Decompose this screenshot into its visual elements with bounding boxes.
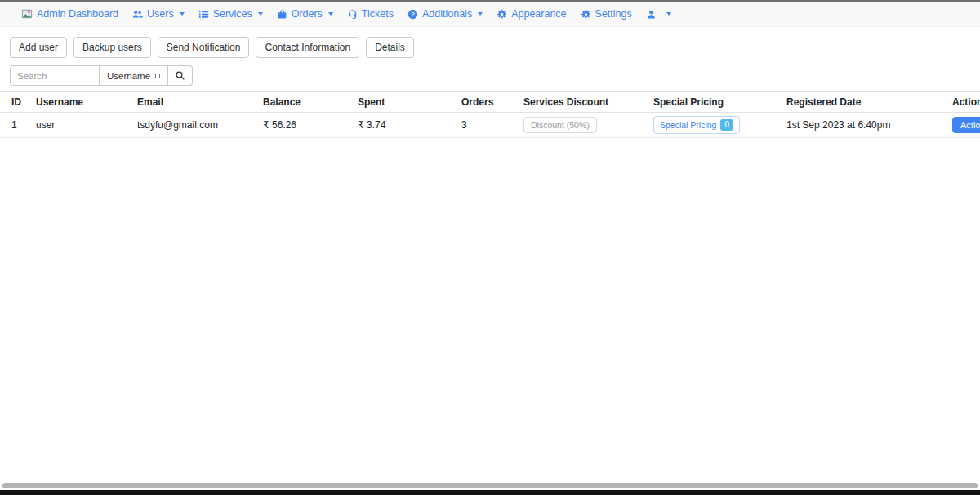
column-header-email: Email bbox=[131, 92, 256, 113]
brand-link[interactable]: Admin Dashboard bbox=[21, 8, 118, 20]
navbar: Admin Dashboard Users Services Orders Ti… bbox=[0, 2, 980, 27]
cell-special-pricing: Special Pricing 0 bbox=[647, 113, 780, 138]
nav-item-label: Tickets bbox=[362, 8, 394, 20]
nav-item-account-menu[interactable] bbox=[646, 9, 671, 20]
briefcase-icon bbox=[277, 9, 287, 20]
window-bottom-edge bbox=[0, 490, 980, 495]
action-button[interactable]: Action bbox=[952, 117, 980, 133]
nav-item-label: Appearance bbox=[511, 8, 566, 20]
table-header-row: ID Username Email Balance Spent Orders S… bbox=[0, 92, 980, 113]
svg-text:?: ? bbox=[411, 11, 415, 18]
cell-actions: Action bbox=[946, 113, 980, 138]
cell-balance: ₹ 56.26 bbox=[256, 113, 351, 138]
nav-item-orders[interactable]: Orders bbox=[277, 8, 333, 20]
chevron-down-icon bbox=[666, 12, 671, 16]
column-header-balance: Balance bbox=[256, 92, 351, 113]
cell-spent: ₹ 3.74 bbox=[351, 113, 455, 138]
toolbar: Add user Backup users Send Notification … bbox=[10, 37, 970, 58]
nav-item-label: Settings bbox=[595, 8, 632, 20]
brand-label: Admin Dashboard bbox=[37, 8, 118, 20]
nav-item-appearance[interactable]: Appearance bbox=[497, 8, 566, 20]
nav-item-label: Additionals bbox=[422, 8, 472, 20]
search-group: Username bbox=[10, 65, 193, 86]
cell-orders: 3 bbox=[455, 113, 517, 138]
special-pricing-count-badge: 0 bbox=[720, 119, 733, 131]
add-user-button[interactable]: Add user bbox=[10, 37, 67, 58]
question-circle-icon: ? bbox=[408, 9, 418, 20]
cell-username: user bbox=[29, 113, 131, 138]
chevron-down-icon bbox=[478, 12, 483, 16]
chevron-down-icon bbox=[180, 12, 185, 16]
column-header-actions: Actions bbox=[946, 92, 980, 113]
column-header-orders: Orders bbox=[455, 92, 517, 113]
chevron-down-icon bbox=[328, 12, 333, 16]
nav-item-label: Users bbox=[147, 8, 174, 20]
cell-email: tsdyfu@gmail.com bbox=[131, 113, 256, 138]
nav-item-users[interactable]: Users bbox=[132, 8, 185, 20]
search-icon bbox=[175, 70, 185, 81]
nav-item-label: Services bbox=[213, 8, 252, 20]
send-notification-button[interactable]: Send Notification bbox=[158, 37, 250, 58]
nav-item-tickets[interactable]: Tickets bbox=[347, 8, 394, 20]
nav-item-settings[interactable]: Settings bbox=[581, 8, 632, 20]
discount-badge: Discount (50%) bbox=[523, 117, 597, 133]
users-table: ID Username Email Balance Spent Orders S… bbox=[0, 91, 980, 138]
cell-registered-date: 1st Sep 2023 at 6:40pm bbox=[780, 113, 946, 138]
chevron-down-icon bbox=[258, 12, 263, 16]
dropdown-indicator-icon bbox=[155, 74, 160, 78]
contact-information-button[interactable]: Contact Information bbox=[256, 37, 359, 58]
list-icon bbox=[198, 9, 209, 20]
user-icon bbox=[646, 9, 657, 20]
details-button[interactable]: Details bbox=[366, 37, 414, 58]
gear-icon bbox=[581, 9, 591, 20]
column-header-special-pricing: Special Pricing bbox=[647, 92, 780, 113]
nav-item-label: Orders bbox=[292, 8, 323, 20]
users-icon bbox=[132, 9, 143, 20]
column-header-id: ID bbox=[0, 92, 29, 113]
search-button[interactable] bbox=[168, 65, 193, 86]
column-header-spent: Spent bbox=[351, 92, 455, 113]
dashboard-logo-icon bbox=[21, 8, 33, 20]
horizontal-scrollbar[interactable] bbox=[2, 483, 978, 488]
special-pricing-button[interactable]: Special Pricing 0 bbox=[653, 116, 740, 134]
backup-users-button[interactable]: Backup users bbox=[74, 37, 151, 58]
search-input[interactable] bbox=[10, 65, 100, 86]
special-pricing-label: Special Pricing bbox=[660, 120, 716, 130]
search-filter-select[interactable]: Username bbox=[100, 65, 168, 86]
cell-services-discount: Discount (50%) bbox=[517, 113, 647, 138]
column-header-registered-date: Registered Date bbox=[780, 92, 946, 113]
appearance-gear-icon bbox=[497, 9, 507, 20]
column-header-username: Username bbox=[29, 92, 131, 113]
column-header-services-discount: Services Discount bbox=[517, 92, 647, 113]
search-filter-label: Username bbox=[107, 71, 150, 81]
cell-id: 1 bbox=[0, 113, 29, 138]
table-row: 1 user tsdyfu@gmail.com ₹ 56.26 ₹ 3.74 3… bbox=[0, 113, 980, 138]
nav-item-services[interactable]: Services bbox=[198, 8, 263, 20]
nav-item-additionals[interactable]: ? Additionals bbox=[408, 8, 483, 20]
headset-icon bbox=[347, 9, 358, 20]
